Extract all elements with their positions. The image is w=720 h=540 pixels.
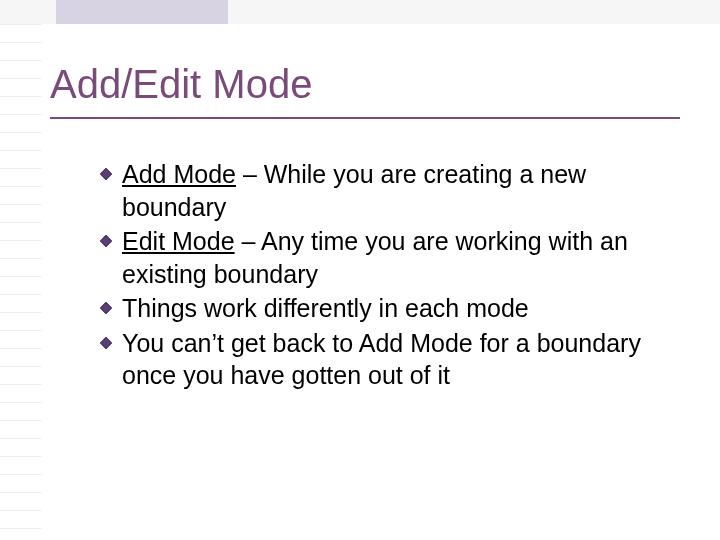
svg-rect-3 xyxy=(100,337,111,348)
list-item: Edit Mode – Any time you are working wit… xyxy=(100,225,690,290)
bullet-rest: You can’t get back to Add Mode for a bou… xyxy=(122,329,641,390)
svg-rect-0 xyxy=(100,168,111,179)
bullet-text: Add Mode – While you are creating a new … xyxy=(122,160,586,221)
diamond-bullet-icon xyxy=(100,235,112,247)
diamond-bullet-icon xyxy=(100,168,112,180)
bullet-text: You can’t get back to Add Mode for a bou… xyxy=(122,329,641,390)
bullet-lead: Add Mode xyxy=(122,160,236,188)
diamond-bullet-icon xyxy=(100,302,112,314)
slide: Add/Edit Mode Add Mode – While you are c… xyxy=(0,0,720,540)
svg-rect-2 xyxy=(100,302,111,313)
list-item: Things work differently in each mode xyxy=(100,292,690,325)
bullet-text: Edit Mode – Any time you are working wit… xyxy=(122,227,628,288)
slide-body: Add Mode – While you are creating a new … xyxy=(100,158,690,394)
bullet-lead: Edit Mode xyxy=(122,227,235,255)
bullet-rest: Things work differently in each mode xyxy=(122,294,529,322)
left-grid-decoration xyxy=(0,24,42,540)
svg-rect-1 xyxy=(100,235,111,246)
bullet-list: Add Mode – While you are creating a new … xyxy=(100,158,690,392)
top-decor-accent xyxy=(56,0,228,24)
top-decor-band xyxy=(0,0,720,24)
list-item: You can’t get back to Add Mode for a bou… xyxy=(100,327,690,392)
slide-title: Add/Edit Mode xyxy=(50,62,680,119)
diamond-bullet-icon xyxy=(100,337,112,349)
list-item: Add Mode – While you are creating a new … xyxy=(100,158,690,223)
bullet-text: Things work differently in each mode xyxy=(122,294,529,322)
